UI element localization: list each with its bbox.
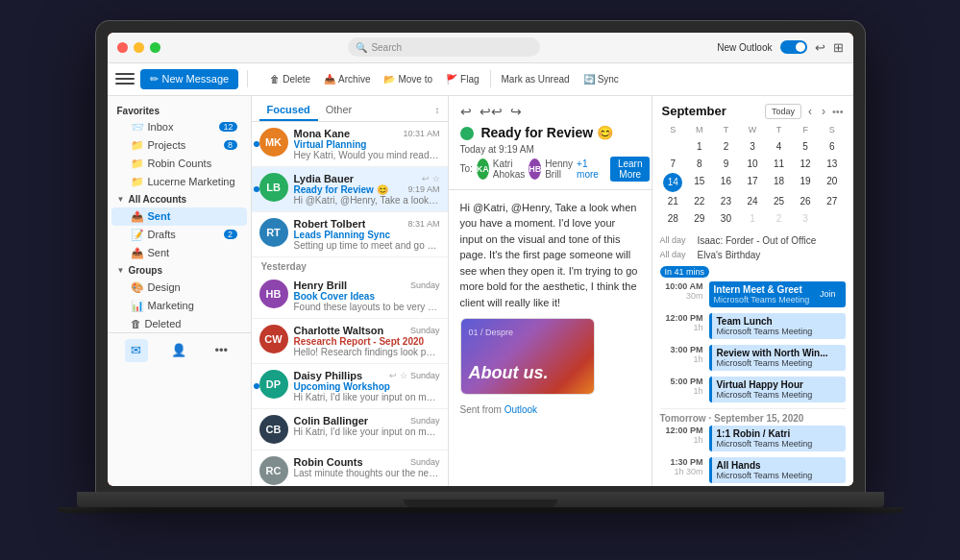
all-accounts-header[interactable]: ▼ All Accounts (108, 191, 251, 207)
hamburger-button[interactable] (115, 73, 135, 85)
cal-date-27[interactable]: 27 (819, 193, 846, 209)
cal-date-3[interactable]: 3 (739, 138, 766, 155)
cal-date-25[interactable]: 25 (766, 193, 793, 209)
cal-date-19[interactable]: 19 (792, 173, 819, 192)
forward-button[interactable]: ↪ (510, 104, 522, 119)
tab-other[interactable]: Other (318, 100, 360, 121)
people-nav-icon[interactable]: 👤 (167, 339, 190, 362)
more-nav-icon[interactable]: ••• (209, 339, 233, 362)
cal-date-30[interactable]: 30 (713, 210, 740, 227)
calendar-week-1: 1 2 3 4 5 6 (660, 138, 846, 155)
cal-date-13[interactable]: 13 (819, 156, 846, 172)
cal-date-18[interactable]: 18 (766, 173, 793, 192)
cal-date-12[interactable]: 12 (792, 156, 819, 172)
calendar-event-intern[interactable]: 10:00 AM 30m Intern Meet & Greet Microso… (660, 281, 846, 307)
email-item-daisy[interactable]: DP Daisy Phillips ↩ ☆ Sunday (252, 364, 448, 409)
new-outlook-toggle[interactable] (780, 40, 807, 54)
calendar-event-happy-hour[interactable]: 5:00 PM 1h Virtual Happy Hour Microsoft … (660, 377, 846, 402)
cal-date-9[interactable]: 9 (713, 156, 740, 172)
new-message-button[interactable]: ✏ New Message (140, 69, 239, 89)
email-item-mona[interactable]: MK Mona Kane 10:31 AM Virtual Planning H… (252, 122, 448, 167)
sidebar-item-projects[interactable]: 📁 Projects 8 (111, 136, 247, 155)
mark-unread-button[interactable]: Mark as Unread (496, 71, 576, 87)
sidebar-item-design[interactable]: 🎨 Design (111, 279, 247, 297)
sidebar-item-drafts[interactable]: 📝 Drafts 2 (111, 226, 247, 244)
calendar-day-labels: S M T W T F S (660, 123, 846, 136)
back-icon[interactable]: ↩ (815, 40, 825, 55)
delete-button[interactable]: 🗑 Delete (264, 71, 316, 87)
sidebar-item-deleted[interactable]: 🗑 Deleted (111, 315, 247, 332)
sidebar-item-sent[interactable]: 📤 Sent (111, 207, 247, 226)
cal-date-16[interactable]: 16 (713, 173, 740, 192)
sync-button[interactable]: 🔄 Sync (578, 71, 625, 87)
star-icon-daisy: ☆ (400, 371, 407, 380)
close-button[interactable] (117, 42, 128, 53)
cal-date-21[interactable]: 21 (660, 193, 687, 209)
reply-all-button[interactable]: ↩↩ (480, 104, 503, 119)
cal-date-7[interactable]: 7 (660, 156, 687, 172)
search-icon: 🔍 (356, 42, 367, 53)
sidebar-item-sent2[interactable]: 📤 Sent (111, 244, 247, 262)
cal-date-26[interactable]: 26 (792, 193, 819, 209)
cal-date-24[interactable]: 24 (739, 193, 766, 209)
cal-date-11[interactable]: 11 (766, 156, 793, 172)
cal-date-29[interactable]: 29 (686, 210, 713, 227)
learn-more-button[interactable]: Learn More (610, 157, 651, 182)
cal-date-1[interactable]: 1 (686, 138, 713, 155)
email-detail-header: ↩ ↩↩ ↪ Ready for Review 😊 Today at 9:19 … (449, 96, 652, 190)
move-to-button[interactable]: 📂 Move to (378, 71, 438, 87)
email-item-colin[interactable]: CB Colin Ballinger Sunday Hi Katri, I'd … (252, 409, 448, 450)
calendar-more-icon[interactable]: ••• (832, 106, 844, 117)
cal-date-6[interactable]: 6 (819, 138, 846, 155)
join-button-intern[interactable]: Join (815, 288, 841, 300)
email-item-lydia[interactable]: LB Lydia Bauer ↩ ☆ (252, 167, 448, 212)
today-button[interactable]: Today (765, 104, 801, 119)
archive-button[interactable]: 📥 Archive (318, 71, 376, 87)
cal-date-8[interactable]: 8 (686, 156, 713, 172)
email-item-henry[interactable]: HB Henry Brill Sunday Book Cover Ideas F… (252, 274, 448, 319)
cal-date-17[interactable]: 17 (739, 173, 766, 192)
outlook-link[interactable]: Outlook (505, 404, 537, 415)
cal-date-oct2[interactable]: 2 (766, 210, 793, 227)
tab-focused[interactable]: Focused (259, 100, 318, 121)
sidebar-item-lucerne[interactable]: 📁 Lucerne Marketing (111, 173, 247, 191)
reply-button[interactable]: ↩ (460, 104, 472, 119)
email-item-robert[interactable]: RT Robert Tolbert 8:31 AM Leads Planning… (252, 212, 448, 257)
cal-date-2[interactable]: 2 (713, 138, 740, 155)
cal-date-20[interactable]: 20 (819, 173, 846, 192)
grid-icon[interactable]: ⊞ (833, 40, 844, 55)
flag-button[interactable]: 🚩 Flag (440, 71, 484, 87)
next-month-button[interactable]: › (819, 105, 828, 118)
cal-date-28[interactable]: 28 (660, 210, 687, 227)
sort-button[interactable]: ↕ (435, 105, 440, 115)
cal-date-empty2[interactable] (819, 210, 846, 227)
prev-month-button[interactable]: ‹ (805, 105, 815, 118)
email-item-robin-counts[interactable]: RC Robin Counts Sunday Last minute thoug… (252, 450, 448, 486)
groups-header[interactable]: ▼ Groups (108, 262, 251, 279)
sidebar-item-inbox[interactable]: 📨 Inbox 12 (111, 118, 247, 136)
mail-nav-icon[interactable]: ✉ (125, 339, 148, 362)
cal-date-5[interactable]: 5 (792, 138, 819, 155)
cal-date-oct3[interactable]: 3 (792, 210, 819, 227)
email-item-charlotte[interactable]: CW Charlotte Waltson Sunday Research Rep… (252, 319, 448, 364)
cal-date-empty1[interactable] (660, 138, 687, 155)
maximize-button[interactable] (150, 42, 160, 53)
calendar-event-all-hands[interactable]: 1:30 PM 1h 30m All Hands Microsoft Teams… (660, 457, 846, 483)
cal-date-4[interactable]: 4 (766, 138, 793, 155)
cal-date-15[interactable]: 15 (686, 173, 713, 192)
email-header-henry: Henry Brill Sunday (294, 280, 440, 291)
search-box[interactable]: 🔍 Search (348, 37, 540, 57)
sidebar-item-marketing[interactable]: 📊 Marketing (111, 297, 247, 315)
minimize-button[interactable] (134, 42, 144, 53)
calendar-event-robin-katri[interactable]: 12:00 PM 1h 1:1 Robin / Katri Microsoft … (660, 426, 846, 451)
allday-label-1: All day (660, 235, 694, 245)
calendar-event-lunch[interactable]: 12:00 PM 1h Team Lunch Microsoft Teams M… (660, 313, 846, 339)
cal-date-22[interactable]: 22 (686, 193, 713, 209)
cal-date-23[interactable]: 23 (713, 193, 740, 209)
sidebar-item-robin[interactable]: 📁 Robin Counts (111, 155, 247, 173)
cal-date-14-today[interactable]: 14 (663, 173, 682, 192)
calendar-event-review[interactable]: 3:00 PM 1h Review with North Win... Micr… (660, 345, 846, 371)
email-attachment[interactable]: 01 / Despre About us. (460, 318, 595, 395)
cal-date-oct1[interactable]: 1 (739, 210, 766, 227)
cal-date-10[interactable]: 10 (739, 156, 766, 172)
